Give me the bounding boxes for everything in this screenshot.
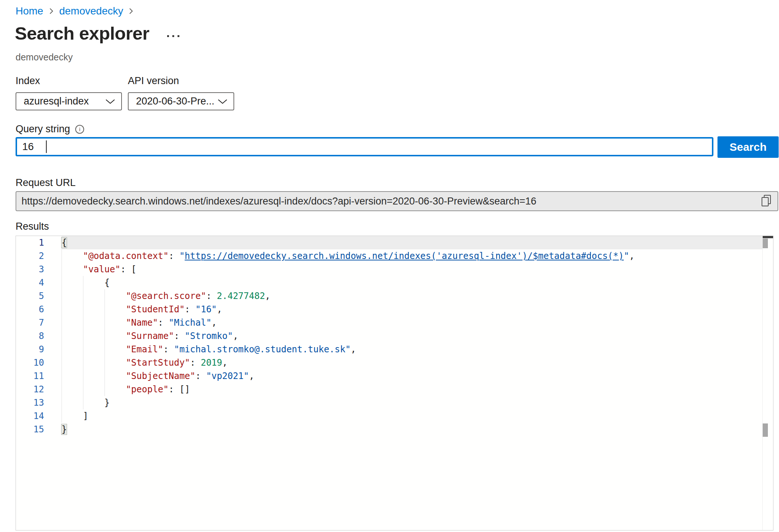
code-token: } bbox=[105, 398, 110, 408]
api-version-dropdown[interactable]: 2020-06-30-Pre... bbox=[128, 92, 234, 110]
code-line-content: { bbox=[62, 236, 763, 249]
code-token: , bbox=[217, 304, 222, 315]
code-line-content: "people": [] bbox=[62, 383, 763, 396]
code-line[interactable]: 10"StartStudy": 2019, bbox=[16, 356, 763, 369]
request-url-value: https://demovedecky.search.windows.net/i… bbox=[21, 196, 760, 207]
request-url-field[interactable]: https://demovedecky.search.windows.net/i… bbox=[16, 191, 778, 211]
indent-guide bbox=[83, 329, 83, 343]
text-caret bbox=[46, 140, 47, 153]
code-token: "StartStudy" bbox=[126, 358, 190, 368]
code-token: " bbox=[179, 251, 185, 261]
indent-guide bbox=[105, 316, 105, 329]
code-line-content: "value": [ bbox=[62, 263, 763, 276]
code-line[interactable]: 1{ bbox=[16, 236, 763, 249]
line-number: 12 bbox=[16, 383, 62, 396]
code-line[interactable]: 5"@search.score": 2.4277482, bbox=[16, 289, 763, 303]
code-line-content: "@search.score": 2.4277482, bbox=[62, 289, 763, 303]
code-line[interactable]: 8"Surname": "Stromko", bbox=[16, 329, 763, 343]
line-number: 2 bbox=[16, 249, 62, 263]
code-line[interactable]: 14] bbox=[16, 409, 763, 423]
code-line-content: { bbox=[62, 276, 763, 289]
code-token: 2019 bbox=[201, 358, 222, 368]
code-token: "people" bbox=[126, 384, 169, 395]
line-number: 10 bbox=[16, 356, 62, 369]
code-line[interactable]: 11"SubjectName": "vp2021", bbox=[16, 369, 763, 383]
line-number: 11 bbox=[16, 369, 62, 383]
breadcrumb: Home demovedecky bbox=[16, 5, 134, 17]
query-input-wrap bbox=[16, 137, 713, 156]
code-token: "Michal" bbox=[169, 317, 212, 328]
indent-guide bbox=[105, 383, 105, 396]
indent-guide bbox=[83, 396, 83, 409]
page-header: Search explorer bbox=[15, 23, 182, 44]
chevron-right-icon bbox=[49, 6, 54, 16]
code-token: : bbox=[169, 251, 179, 261]
code-token: https://demovedecky.search.windows.net/i… bbox=[185, 251, 624, 261]
indent-guide bbox=[83, 369, 83, 383]
code-line[interactable]: 13} bbox=[16, 396, 763, 409]
line-number: 9 bbox=[16, 343, 62, 356]
indent-guide bbox=[83, 276, 83, 289]
code-token: "michal.stromko@.student.tuke.sk" bbox=[174, 344, 351, 355]
scrollbar-top-mark bbox=[763, 236, 773, 238]
breadcrumb-service-link[interactable]: demovedecky bbox=[59, 5, 123, 17]
code-line-content: "@odata.context": "https://demovedecky.s… bbox=[62, 249, 763, 263]
chevron-down-icon bbox=[218, 96, 228, 107]
code-token: , bbox=[629, 251, 634, 261]
code-token: "value" bbox=[83, 264, 120, 275]
search-button[interactable]: Search bbox=[717, 136, 779, 158]
code-line[interactable]: 12"people": [] bbox=[16, 383, 763, 396]
index-dropdown-value: azuresql-index bbox=[24, 96, 89, 107]
query-input[interactable] bbox=[16, 137, 713, 156]
code-token: "Name" bbox=[126, 317, 158, 328]
scrollbar-thumb[interactable] bbox=[763, 239, 768, 248]
code-token: , bbox=[212, 317, 217, 328]
code-token: ] bbox=[83, 411, 88, 421]
line-number: 7 bbox=[16, 316, 62, 329]
editor-scrollbar[interactable] bbox=[762, 236, 773, 530]
line-number: 6 bbox=[16, 303, 62, 316]
code-line[interactable]: 4{ bbox=[16, 276, 763, 289]
page-subtitle: demovedecky bbox=[16, 52, 73, 63]
results-json-editor[interactable]: 1{2"@odata.context": "https://demovedeck… bbox=[16, 236, 773, 531]
code-line-content: "SubjectName": "vp2021", bbox=[62, 369, 763, 383]
ellipsis-icon bbox=[167, 35, 169, 37]
api-version-label: API version bbox=[128, 75, 179, 87]
indent-guide bbox=[62, 289, 62, 303]
code-token: "@search.score" bbox=[126, 291, 206, 301]
code-line[interactable]: 6"StudentId": "16", bbox=[16, 303, 763, 316]
code-lines: 1{2"@odata.context": "https://demovedeck… bbox=[16, 236, 763, 530]
indent-guide bbox=[83, 303, 83, 316]
indent-guide bbox=[83, 383, 83, 396]
line-number: 13 bbox=[16, 396, 62, 409]
code-line[interactable]: 7"Name": "Michal", bbox=[16, 316, 763, 329]
breadcrumb-home-link[interactable]: Home bbox=[16, 5, 43, 17]
more-options-button[interactable] bbox=[165, 33, 182, 39]
code-line[interactable]: 3"value": [ bbox=[16, 263, 763, 276]
indent-guide bbox=[62, 409, 62, 423]
ellipsis-icon bbox=[172, 35, 174, 37]
chevron-down-icon bbox=[105, 96, 115, 107]
code-token: "StudentId" bbox=[126, 304, 185, 315]
code-token: { bbox=[62, 237, 67, 248]
code-line-content: "StudentId": "16", bbox=[62, 303, 763, 316]
indent-guide bbox=[105, 356, 105, 369]
indent-guide bbox=[62, 316, 62, 329]
code-line[interactable]: 2"@odata.context": "https://demovedecky.… bbox=[16, 249, 763, 263]
page-title: Search explorer bbox=[15, 23, 149, 44]
line-number: 14 bbox=[16, 409, 62, 423]
index-label: Index bbox=[16, 75, 40, 87]
index-dropdown[interactable]: azuresql-index bbox=[16, 92, 122, 110]
code-token: " bbox=[624, 251, 629, 261]
indent-guide bbox=[62, 356, 62, 369]
code-line[interactable]: 15} bbox=[16, 423, 763, 436]
line-number: 5 bbox=[16, 289, 62, 303]
code-token: "vp2021" bbox=[206, 371, 249, 381]
indent-guide bbox=[62, 249, 62, 263]
code-line[interactable]: 9"Email": "michal.stromko@.student.tuke.… bbox=[16, 343, 763, 356]
info-icon[interactable]: i bbox=[75, 125, 84, 134]
code-token: { bbox=[105, 277, 110, 288]
copy-url-button[interactable] bbox=[760, 195, 772, 207]
indent-guide bbox=[105, 289, 105, 303]
code-token: : bbox=[195, 371, 206, 381]
